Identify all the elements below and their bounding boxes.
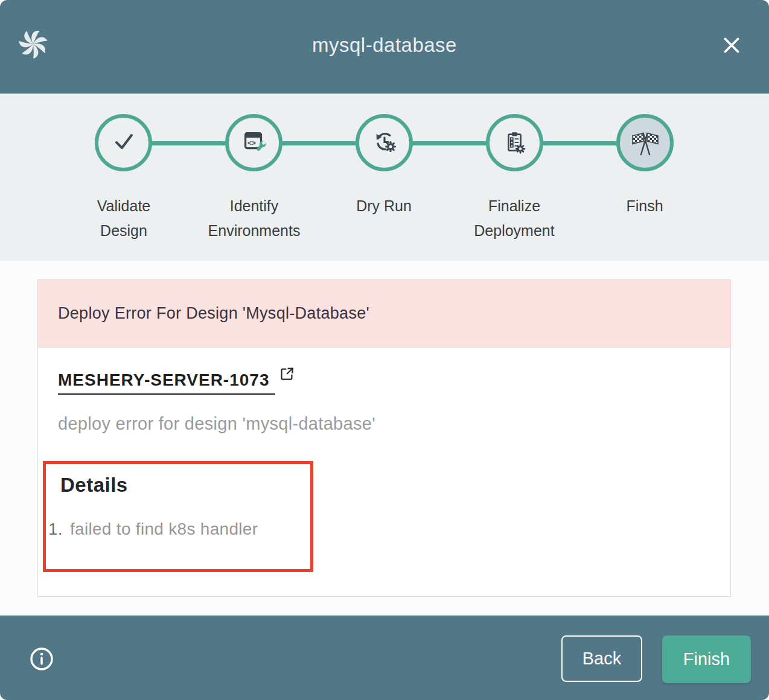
error-code-link[interactable]: MESHERY-SERVER-1073 — [58, 371, 275, 395]
finish-button[interactable]: Finish — [662, 635, 751, 683]
dialog-footer: Back Finish — [0, 616, 769, 700]
step-validate-design — [95, 114, 152, 171]
error-summary-text: deploy error for design 'mysql-database' — [58, 414, 375, 434]
checkered-flags-icon — [631, 127, 660, 159]
error-details-title: Details — [60, 474, 310, 497]
error-detail-panel: MESHERY-SERVER-1073 deploy error for des… — [37, 348, 731, 597]
step-finalize-deployment — [486, 114, 543, 171]
error-details-list: failed to find k8s handler — [51, 520, 310, 539]
step-identify-environments: <> — [225, 114, 282, 171]
svg-text:<>: <> — [247, 138, 255, 147]
clipboard-gear-icon — [501, 128, 529, 158]
step-finish — [616, 114, 674, 171]
error-details-item: failed to find k8s handler — [68, 520, 310, 539]
error-code-row: MESHERY-SERVER-1073 — [58, 371, 295, 395]
step-dry-run — [356, 114, 413, 171]
deployment-stepper: <> — [0, 94, 769, 261]
dialog-title: mysql-database — [0, 34, 769, 57]
step-label-finish: Finsh — [566, 194, 723, 218]
error-details-box: Details failed to find k8s handler — [43, 461, 313, 572]
error-banner: Deploy Error For Design 'Mysql-Database' — [37, 279, 731, 348]
error-banner-title: Deploy Error For Design 'Mysql-Database' — [58, 304, 369, 323]
dialog-header: mysql-database — [0, 0, 769, 94]
code-wrench-icon: <> — [240, 128, 268, 158]
close-icon[interactable] — [718, 33, 745, 59]
dry-run-sync-gear-icon — [370, 127, 399, 159]
back-button[interactable]: Back — [561, 635, 642, 682]
check-icon — [109, 127, 138, 159]
deploy-wizard-dialog: mysql-database <> — [0, 0, 769, 700]
external-link-icon[interactable] — [279, 366, 295, 384]
dialog-content: Deploy Error For Design 'Mysql-Database'… — [0, 261, 769, 616]
info-icon[interactable] — [29, 646, 54, 672]
